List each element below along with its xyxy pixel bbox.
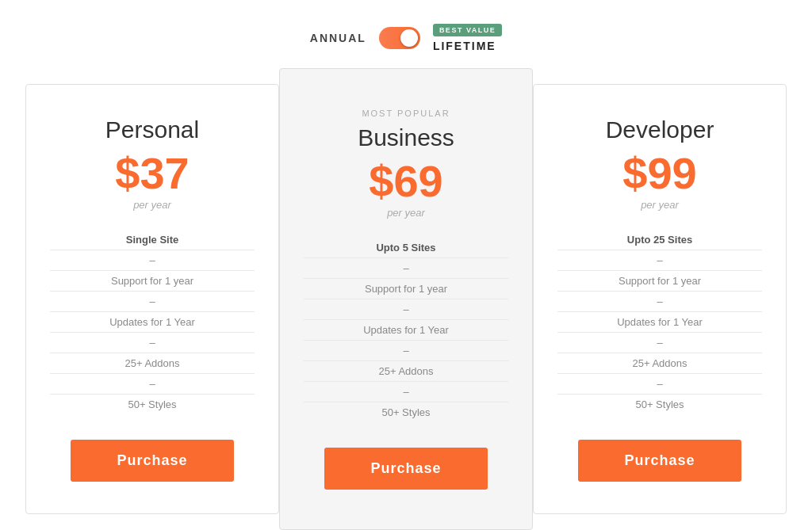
plan-name: Developer	[606, 116, 714, 143]
toggle-knob	[400, 29, 418, 47]
plan-period: per year	[133, 199, 171, 211]
feature-item: Support for 1 year	[304, 278, 508, 299]
plan-period: per year	[387, 207, 425, 219]
feature-item: 25+ Addons	[304, 360, 508, 381]
feature-item: –	[557, 373, 762, 394]
purchase-button-developer[interactable]: Purchase	[578, 440, 741, 482]
feature-item: Upto 25 Sites	[557, 230, 762, 250]
feature-item: Support for 1 year	[557, 270, 762, 291]
plan-period: per year	[641, 199, 679, 211]
feature-item: 25+ Addons	[50, 353, 255, 373]
feature-item: –	[50, 373, 255, 394]
most-popular-label: MOST POPULAR	[362, 109, 450, 118]
feature-item: Updates for 1 Year	[50, 311, 255, 332]
feature-item: –	[50, 332, 255, 353]
feature-item: Upto 5 Sites	[304, 238, 508, 257]
feature-item: –	[557, 332, 762, 353]
feature-item: 25+ Addons	[557, 353, 762, 373]
toggle-track[interactable]	[379, 27, 420, 49]
feature-item: –	[50, 291, 255, 311]
plan-features-list: Upto 5 Sites–Support for 1 year–Updates …	[304, 238, 508, 422]
feature-item: –	[50, 250, 255, 270]
plan-features-list: Upto 25 Sites–Support for 1 year–Updates…	[557, 230, 762, 414]
plan-name: Personal	[105, 116, 199, 143]
feature-item: Single Site	[50, 230, 255, 250]
feature-item: 50+ Styles	[304, 402, 508, 422]
annual-label: ANNUAL	[310, 32, 366, 44]
purchase-button-business[interactable]: Purchase	[324, 448, 488, 490]
plan-card-personal: Personal $37 per year Single Site–Suppor…	[25, 84, 279, 514]
lifetime-wrapper: BEST VALUE LIFETIME	[433, 24, 502, 52]
feature-item: –	[304, 381, 508, 402]
billing-toggle[interactable]	[379, 27, 420, 49]
plan-card-developer: Developer $99 per year Upto 25 Sites–Sup…	[533, 84, 787, 514]
plan-name: Business	[358, 124, 454, 151]
best-value-badge: BEST VALUE	[433, 24, 502, 36]
feature-item: Updates for 1 Year	[304, 319, 508, 340]
plan-card-business: MOST POPULAR Business $69 per year Upto …	[279, 68, 533, 530]
plan-features-list: Single Site–Support for 1 year–Updates f…	[50, 230, 255, 414]
plan-price: $69	[369, 159, 442, 204]
feature-item: 50+ Styles	[557, 394, 762, 414]
pricing-cards-container: Personal $37 per year Single Site–Suppor…	[25, 84, 787, 514]
feature-item: Updates for 1 Year	[557, 311, 762, 332]
feature-item: –	[304, 257, 508, 278]
plan-price: $37	[115, 151, 189, 196]
billing-toggle-section: ANNUAL BEST VALUE LIFETIME	[310, 24, 502, 52]
feature-item: 50+ Styles	[50, 394, 255, 414]
purchase-button-personal[interactable]: Purchase	[71, 440, 234, 482]
lifetime-label: LIFETIME	[433, 40, 496, 52]
plan-price: $99	[622, 151, 696, 196]
feature-item: –	[557, 291, 762, 311]
feature-item: –	[304, 299, 508, 319]
feature-item: –	[557, 250, 762, 270]
feature-item: Support for 1 year	[50, 270, 255, 291]
feature-item: –	[304, 340, 508, 360]
